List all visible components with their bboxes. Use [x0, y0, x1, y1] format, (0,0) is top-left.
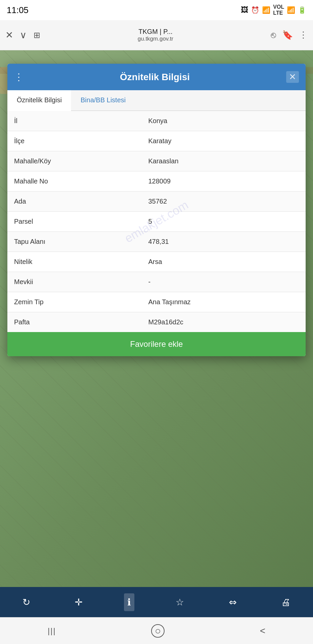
row-value-nitelik: Arsa	[142, 252, 306, 272]
row-key-il: İl	[7, 111, 142, 131]
row-value-pafta: M29a16d2c	[142, 312, 306, 332]
browser-tabs-icon[interactable]: ⊞	[34, 31, 40, 40]
more-options-icon[interactable]: ⋮	[299, 30, 308, 40]
alarm-icon: ⏰	[251, 6, 259, 14]
attribute-table: İl Konya İlçe Karatay Mahalle/Köy Karaas…	[7, 111, 306, 332]
status-bar: 11:05 🖼 ⏰ 📶 VOLLTE 📶 🔋	[0, 0, 313, 20]
info-icon[interactable]: ℹ	[124, 593, 134, 611]
browser-actions: ⎋ 🔖 ⋮	[271, 30, 308, 40]
modal-tabs: Öznitelik Bilgisi Bina/BB Listesi	[7, 90, 306, 111]
browser-expand-icon[interactable]: ∨	[20, 30, 27, 41]
row-key-parsel: Parsel	[7, 212, 142, 232]
table-row: Mahalle No 128009	[7, 171, 306, 192]
tab-bina-bb-listesi[interactable]: Bina/BB Listesi	[71, 90, 135, 111]
row-key-nitelik: Nitelik	[7, 252, 142, 272]
tab-oznitelik-bilgisi[interactable]: Öznitelik Bilgisi	[7, 90, 71, 111]
row-value-zemin-tip: Ana Taşınmaz	[142, 292, 306, 312]
status-time: 11:05	[7, 5, 28, 15]
location-icon[interactable]: ✛	[71, 593, 86, 611]
back-icon[interactable]: <	[260, 626, 265, 636]
bottom-toolbar: ↻ ✛ ℹ ☆ ⇔ 🖨	[0, 587, 313, 617]
table-row: İl Konya	[7, 111, 306, 131]
table-row: Parsel 5	[7, 212, 306, 232]
table-row: Mahalle/Köy Karaaslan	[7, 151, 306, 171]
favorites-icon[interactable]: ☆	[172, 593, 187, 611]
refresh-icon[interactable]: ↻	[19, 593, 34, 611]
nav-bar: ||| ○ <	[0, 617, 313, 644]
row-key-mahalle-no: Mahalle No	[7, 171, 142, 192]
table-row: Zemin Tip Ana Taşınmaz	[7, 292, 306, 312]
row-key-pafta: Pafta	[7, 312, 142, 332]
row-key-mahalle: Mahalle/Köy	[7, 151, 142, 171]
table-row: Pafta M29a16d2c	[7, 312, 306, 332]
share-icon[interactable]: ⎋	[271, 30, 276, 40]
row-value-mahalle-no: 128009	[142, 171, 306, 192]
signal-icon: 📶	[287, 6, 295, 14]
favorites-button[interactable]: Favorilere ekle	[7, 332, 306, 356]
browser-close-icon[interactable]: ✕	[5, 30, 13, 41]
navigate-icon[interactable]: ⇔	[226, 593, 240, 611]
row-key-ilce: İlçe	[7, 131, 142, 151]
row-value-il: Konya	[142, 111, 306, 131]
table-row: Nitelik Arsa	[7, 252, 306, 272]
camera-icon: 🖼	[241, 6, 248, 14]
recent-apps-icon[interactable]: |||	[48, 626, 56, 636]
modal-dialog: ⋮ Öznitelik Bilgisi ✕ Öznitelik Bilgisi …	[7, 64, 306, 356]
row-key-ada: Ada	[7, 192, 142, 212]
row-value-ilce: Karatay	[142, 131, 306, 151]
modal-header: ⋮ Öznitelik Bilgisi ✕	[7, 64, 306, 90]
dialog-overlay: ⋮ Öznitelik Bilgisi ✕ Öznitelik Bilgisi …	[0, 50, 313, 644]
data-table-container: İl Konya İlçe Karatay Mahalle/Köy Karaas…	[7, 111, 306, 332]
browser-url-area: TKGM | P... gu.tkgm.gov.tr	[47, 28, 264, 42]
row-key-zemin-tip: Zemin Tip	[7, 292, 142, 312]
print-icon[interactable]: 🖨	[278, 593, 294, 611]
home-icon[interactable]: ○	[151, 624, 165, 638]
lte-icon: VOLLTE	[273, 4, 284, 16]
modal-title: Öznitelik Bilgisi	[23, 72, 286, 83]
browser-bar: ✕ ∨ ⊞ TKGM | P... gu.tkgm.gov.tr ⎋ 🔖 ⋮	[0, 20, 313, 50]
modal-close-button[interactable]: ✕	[286, 71, 299, 83]
table-row: Ada 35762	[7, 192, 306, 212]
browser-title: TKGM | P...	[138, 28, 173, 36]
status-icons: 🖼 ⏰ 📶 VOLLTE 📶 🔋	[241, 4, 306, 16]
modal-menu-icon[interactable]: ⋮	[14, 71, 23, 83]
table-row: Mevkii -	[7, 272, 306, 292]
battery-icon: 🔋	[298, 6, 306, 14]
browser-url: gu.tkgm.gov.tr	[138, 36, 173, 42]
table-row: Tapu Alanı 478,31	[7, 232, 306, 252]
row-key-mevkii: Mevkii	[7, 272, 142, 292]
row-value-tapu-alani: 478,31	[142, 232, 306, 252]
table-row: İlçe Karatay	[7, 131, 306, 151]
row-value-parsel: 5	[142, 212, 306, 232]
bookmark-icon[interactable]: 🔖	[282, 30, 293, 40]
row-key-tapu-alani: Tapu Alanı	[7, 232, 142, 252]
row-value-mahalle: Karaaslan	[142, 151, 306, 171]
wifi-icon: 📶	[262, 6, 270, 14]
row-value-ada: 35762	[142, 192, 306, 212]
row-value-mevkii: -	[142, 272, 306, 292]
